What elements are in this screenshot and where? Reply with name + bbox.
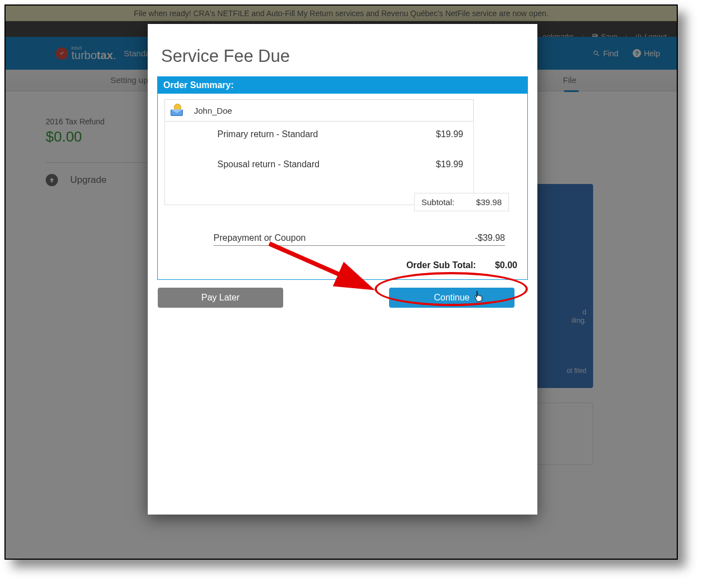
service-fee-modal: Service Fee Due Order Summary: John_Doe …: [148, 24, 537, 515]
user-avatar-icon: [171, 105, 184, 116]
order-total-value: $0.00: [495, 260, 517, 270]
pay-later-button[interactable]: Pay Later: [158, 288, 283, 308]
subtotal-label: Subtotal:: [421, 197, 454, 207]
coupon-value: -$39.98: [475, 233, 505, 243]
order-summary-header: Order Summary:: [158, 77, 527, 94]
line-items-area: Primary return - Standard $19.99 Spousal…: [164, 122, 474, 205]
coupon-label: Prepayment or Coupon: [213, 233, 305, 243]
subtotal-box: Subtotal: $39.98: [414, 193, 509, 211]
line-item-desc: Spousal return - Standard: [175, 159, 319, 169]
line-item-desc: Primary return - Standard: [175, 129, 318, 139]
continue-button[interactable]: Continue: [389, 288, 515, 308]
subtotal-value: $39.98: [476, 197, 502, 207]
line-item: Spousal return - Standard $19.99: [175, 159, 463, 169]
modal-title: Service Fee Due: [148, 24, 537, 76]
user-name: John_Doe: [194, 106, 232, 115]
order-summary-box: Order Summary: John_Doe Primary return -…: [157, 76, 528, 280]
line-item-price: $19.99: [436, 129, 463, 139]
order-total-label: Order Sub Total:: [406, 260, 476, 270]
user-row: John_Doe: [164, 99, 474, 122]
coupon-row: Prepayment or Coupon -$39.98: [213, 233, 505, 246]
app-window: File when ready! CRA's NETFILE and Auto-…: [4, 4, 678, 560]
line-item-price: $19.99: [436, 159, 463, 169]
line-item: Primary return - Standard $19.99: [175, 129, 463, 139]
order-total-row: Order Sub Total: $0.00: [213, 260, 517, 270]
